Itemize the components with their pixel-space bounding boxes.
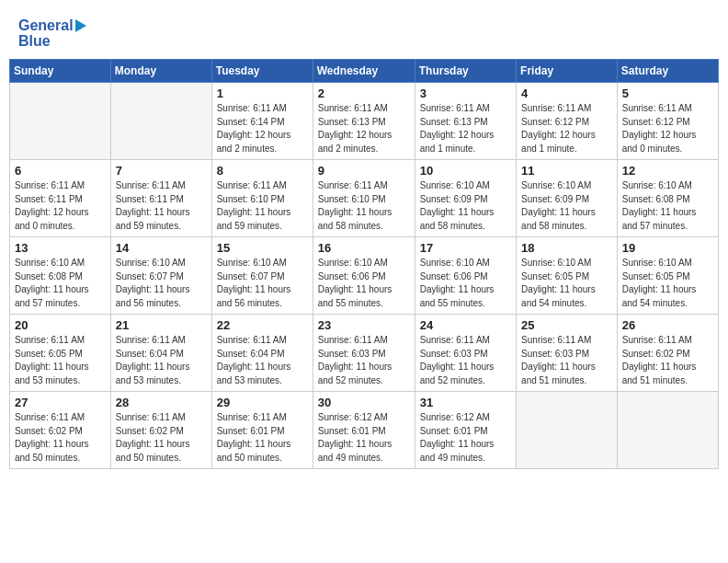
day-number: 21 [116,318,207,332]
calendar-cell: 5Sunrise: 6:11 AM Sunset: 6:12 PM Daylig… [617,83,718,160]
day-number: 30 [318,396,410,409]
day-number: 25 [521,318,612,332]
calendar-cell: 30Sunrise: 6:12 AM Sunset: 6:01 PM Dayli… [313,392,415,469]
day-number: 3 [420,86,511,100]
calendar-cell: 28Sunrise: 6:11 AM Sunset: 6:02 PM Dayli… [110,392,211,469]
logo: General Blue [18,17,92,50]
calendar-cell: 1Sunrise: 6:11 AM Sunset: 6:14 PM Daylig… [211,83,313,160]
day-number: 16 [318,241,410,255]
calendar-cell [110,83,211,160]
day-info: Sunrise: 6:11 AM Sunset: 6:14 PM Dayligh… [217,102,308,155]
calendar-cell: 18Sunrise: 6:10 AM Sunset: 6:05 PM Dayli… [517,237,618,315]
calendar-week-row: 27Sunrise: 6:11 AM Sunset: 6:02 PM Dayli… [10,392,719,469]
calendar-header-row: SundayMondayTuesdayWednesdayThursdayFrid… [10,60,719,83]
calendar-week-row: 6Sunrise: 6:11 AM Sunset: 6:11 PM Daylig… [10,160,719,237]
day-of-week-header: Thursday [415,60,516,83]
calendar-week-row: 20Sunrise: 6:11 AM Sunset: 6:05 PM Dayli… [10,315,719,392]
day-info: Sunrise: 6:11 AM Sunset: 6:13 PM Dayligh… [318,102,410,155]
day-number: 5 [622,86,713,100]
day-number: 15 [217,241,308,255]
day-number: 1 [217,86,308,100]
calendar-cell: 6Sunrise: 6:11 AM Sunset: 6:11 PM Daylig… [10,160,111,237]
day-info: Sunrise: 6:10 AM Sunset: 6:07 PM Dayligh… [217,257,308,310]
day-number: 17 [420,241,511,255]
day-info: Sunrise: 6:11 AM Sunset: 6:04 PM Dayligh… [116,334,207,387]
calendar-cell: 16Sunrise: 6:10 AM Sunset: 6:06 PM Dayli… [313,237,415,315]
day-number: 24 [420,318,511,332]
calendar-cell: 19Sunrise: 6:10 AM Sunset: 6:05 PM Dayli… [617,237,718,315]
day-number: 11 [521,164,612,178]
svg-marker-0 [75,19,86,32]
day-info: Sunrise: 6:11 AM Sunset: 6:03 PM Dayligh… [521,334,612,387]
calendar-cell: 13Sunrise: 6:10 AM Sunset: 6:08 PM Dayli… [10,237,111,315]
day-of-week-header: Wednesday [313,60,415,83]
day-number: 18 [521,241,612,255]
calendar-cell: 14Sunrise: 6:10 AM Sunset: 6:07 PM Dayli… [110,237,211,315]
calendar-cell: 26Sunrise: 6:11 AM Sunset: 6:02 PM Dayli… [617,315,718,392]
calendar-cell: 3Sunrise: 6:11 AM Sunset: 6:13 PM Daylig… [415,83,516,160]
day-info: Sunrise: 6:11 AM Sunset: 6:12 PM Dayligh… [521,102,612,155]
calendar-cell: 21Sunrise: 6:11 AM Sunset: 6:04 PM Dayli… [110,315,211,392]
calendar-cell: 2Sunrise: 6:11 AM Sunset: 6:13 PM Daylig… [313,83,415,160]
day-number: 14 [116,241,207,255]
day-info: Sunrise: 6:10 AM Sunset: 6:06 PM Dayligh… [318,257,410,310]
calendar-cell: 9Sunrise: 6:11 AM Sunset: 6:10 PM Daylig… [313,160,415,237]
day-of-week-header: Sunday [10,60,111,83]
day-info: Sunrise: 6:11 AM Sunset: 6:02 PM Dayligh… [116,411,207,465]
day-info: Sunrise: 6:11 AM Sunset: 6:10 PM Dayligh… [217,179,308,233]
day-info: Sunrise: 6:10 AM Sunset: 6:06 PM Dayligh… [420,257,511,310]
day-info: Sunrise: 6:10 AM Sunset: 6:09 PM Dayligh… [420,179,511,233]
calendar-table: SundayMondayTuesdayWednesdayThursdayFrid… [9,59,719,469]
calendar-cell: 22Sunrise: 6:11 AM Sunset: 6:04 PM Dayli… [211,315,313,392]
day-info: Sunrise: 6:11 AM Sunset: 6:02 PM Dayligh… [15,411,106,465]
day-info: Sunrise: 6:10 AM Sunset: 6:08 PM Dayligh… [622,179,713,233]
calendar-cell [617,392,718,469]
day-info: Sunrise: 6:10 AM Sunset: 6:08 PM Dayligh… [15,257,106,310]
logo-arrow-icon [75,19,92,32]
day-info: Sunrise: 6:10 AM Sunset: 6:05 PM Dayligh… [622,257,713,310]
day-info: Sunrise: 6:12 AM Sunset: 6:01 PM Dayligh… [420,411,511,465]
day-number: 28 [116,396,207,409]
day-of-week-header: Monday [110,60,211,83]
day-number: 19 [622,241,713,255]
calendar-cell [10,83,111,160]
calendar-cell: 8Sunrise: 6:11 AM Sunset: 6:10 PM Daylig… [211,160,313,237]
calendar-week-row: 1Sunrise: 6:11 AM Sunset: 6:14 PM Daylig… [10,83,719,160]
day-number: 9 [318,164,410,178]
calendar-cell: 10Sunrise: 6:10 AM Sunset: 6:09 PM Dayli… [415,160,516,237]
day-info: Sunrise: 6:11 AM Sunset: 6:02 PM Dayligh… [622,334,713,387]
day-number: 10 [420,164,511,178]
day-number: 6 [15,164,106,178]
calendar-cell: 17Sunrise: 6:10 AM Sunset: 6:06 PM Dayli… [415,237,516,315]
day-info: Sunrise: 6:11 AM Sunset: 6:03 PM Dayligh… [318,334,410,387]
day-info: Sunrise: 6:11 AM Sunset: 6:10 PM Dayligh… [318,179,410,233]
day-number: 29 [217,396,308,409]
day-of-week-header: Tuesday [211,60,313,83]
day-info: Sunrise: 6:11 AM Sunset: 6:13 PM Dayligh… [420,102,511,155]
page-header: General Blue [9,9,719,54]
calendar-week-row: 13Sunrise: 6:10 AM Sunset: 6:08 PM Dayli… [10,237,719,315]
logo-blue: Blue [18,32,92,50]
day-number: 22 [217,318,308,332]
day-info: Sunrise: 6:10 AM Sunset: 6:09 PM Dayligh… [521,179,612,233]
calendar-cell: 25Sunrise: 6:11 AM Sunset: 6:03 PM Dayli… [517,315,618,392]
day-number: 2 [318,86,410,100]
day-info: Sunrise: 6:11 AM Sunset: 6:05 PM Dayligh… [15,334,106,387]
calendar-cell: 20Sunrise: 6:11 AM Sunset: 6:05 PM Dayli… [10,315,111,392]
day-info: Sunrise: 6:11 AM Sunset: 6:12 PM Dayligh… [622,102,713,155]
calendar-cell: 11Sunrise: 6:10 AM Sunset: 6:09 PM Dayli… [517,160,618,237]
day-number: 8 [217,164,308,178]
calendar-cell: 29Sunrise: 6:11 AM Sunset: 6:01 PM Dayli… [211,392,313,469]
day-number: 7 [116,164,207,178]
calendar-cell: 31Sunrise: 6:12 AM Sunset: 6:01 PM Dayli… [415,392,516,469]
day-number: 13 [15,241,106,255]
day-info: Sunrise: 6:12 AM Sunset: 6:01 PM Dayligh… [318,411,410,465]
day-info: Sunrise: 6:10 AM Sunset: 6:07 PM Dayligh… [116,257,207,310]
calendar-cell: 12Sunrise: 6:10 AM Sunset: 6:08 PM Dayli… [617,160,718,237]
day-number: 4 [521,86,612,100]
day-of-week-header: Saturday [617,60,718,83]
day-info: Sunrise: 6:11 AM Sunset: 6:11 PM Dayligh… [15,179,106,233]
day-info: Sunrise: 6:11 AM Sunset: 6:04 PM Dayligh… [217,334,308,387]
day-number: 20 [15,318,106,332]
day-number: 23 [318,318,410,332]
